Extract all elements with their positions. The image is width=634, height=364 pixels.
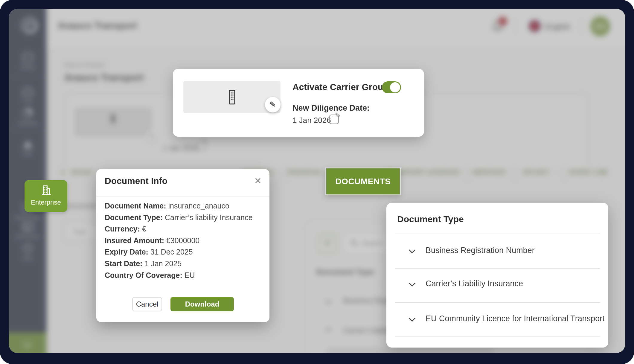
chevron-down-icon (409, 315, 416, 322)
activate-carrier-title: Activate Carrier Group (292, 82, 389, 92)
tab-documents-active[interactable]: DOCUMENTS (325, 167, 401, 195)
divider (96, 196, 269, 197)
activate-carrier-toggle[interactable] (382, 81, 401, 93)
app-window: Anauco Transport 1 English DS Booking (9, 9, 625, 353)
activate-carrier-card: ✎ Activate Carrier Group New Diligence D… (173, 69, 424, 137)
edit-logo-button[interactable]: ✎ (265, 97, 281, 112)
edit-date-icon[interactable] (329, 115, 339, 124)
divider (395, 336, 600, 336)
foreground-layer: Enterprise ✎ Activate Carrier Group New … (9, 9, 625, 353)
chevron-down-icon (409, 247, 416, 254)
field-start-date: Start Date: 1 Jan 2025 (105, 258, 262, 269)
doc-type-row-business-registration[interactable]: Business Registration Number (386, 245, 608, 257)
diligence-date-value: 1 Jan 2026 (292, 116, 331, 125)
document-info-modal: Document Info ✕ Document Name: insurance… (96, 169, 269, 322)
close-icon[interactable]: ✕ (254, 176, 262, 186)
enterprise-label: Enterprise (25, 199, 67, 206)
download-document-button[interactable]: Download document (170, 297, 234, 311)
cancel-button[interactable]: Cancel (132, 297, 162, 311)
doc-type-row-eu-community-licence[interactable]: EU Community Licence for International T… (386, 313, 608, 325)
building-icon (226, 89, 238, 106)
field-expiry-date: Expiry Date: 31 Dec 2025 (105, 246, 262, 258)
field-document-name: Document Name: insurance_anauco (105, 200, 262, 212)
document-fields: Document Name: insurance_anauco Document… (105, 200, 262, 281)
field-currency: Currency: € (105, 223, 262, 235)
screenshot-root: Anauco Transport 1 English DS Booking (0, 0, 634, 364)
document-type-panel: Document Type Business Registration Numb… (386, 203, 608, 348)
toggle-knob (390, 82, 400, 92)
divider (395, 302, 600, 303)
field-country-of-coverage: Country Of Coverage: EU (105, 269, 262, 281)
sidebar-item-enterprise[interactable]: Enterprise (25, 180, 67, 212)
enterprise-building-icon (39, 184, 53, 197)
field-insured-amount: Insured Amount: €3000000 (105, 235, 262, 246)
chevron-down-icon (409, 280, 416, 287)
field-document-type: Document Type: Carrier’s liability Insur… (105, 212, 262, 223)
doc-type-row-carrier-liability[interactable]: Carrier’s Liability Insurance (386, 278, 608, 290)
divider (395, 268, 600, 269)
divider (395, 234, 600, 234)
panel-title: Document Type (397, 214, 464, 224)
diligence-date-label: New Diligence Date: (292, 103, 370, 113)
modal-title: Document Info (105, 176, 167, 186)
